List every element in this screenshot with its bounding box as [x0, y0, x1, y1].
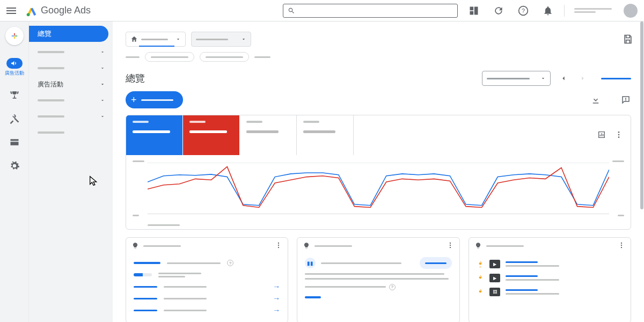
- rail-admin[interactable]: [9, 160, 20, 171]
- refresh-icon[interactable]: [493, 5, 504, 16]
- app-header: Google Ads ?: [0, 0, 644, 21]
- filter-chip[interactable]: [145, 52, 194, 62]
- nav-overview[interactable]: 總覽: [29, 26, 108, 42]
- rail-campaigns[interactable]: 廣告活動: [5, 58, 24, 77]
- nav-campaigns[interactable]: 廣告活動: [29, 76, 113, 92]
- date-prev-button[interactable]: [557, 72, 570, 85]
- insight-badge[interactable]: [420, 257, 452, 269]
- svg-point-2: [618, 131, 620, 133]
- menu-icon[interactable]: [6, 4, 19, 17]
- video-icon: ▶: [489, 260, 500, 268]
- date-range-selector[interactable]: [482, 71, 551, 86]
- metric-tab-impressions[interactable]: [183, 115, 240, 155]
- chevron-down-icon: [100, 98, 105, 103]
- asset-list-item[interactable]: ▶: [477, 271, 623, 285]
- performance-chart: [126, 155, 631, 229]
- chevron-down-icon: [100, 114, 105, 119]
- plus-icon: +: [131, 94, 137, 106]
- icon-rail: 廣告活動: [0, 21, 29, 322]
- new-campaign-button[interactable]: +: [126, 91, 183, 108]
- insights-card: ▮▮ ?: [297, 237, 459, 322]
- trophy-icon: [9, 90, 20, 100]
- account-switcher[interactable]: [574, 8, 612, 13]
- date-next-button: [576, 72, 589, 85]
- svg-text:?: ?: [522, 8, 525, 14]
- video-icon: ▶: [489, 274, 500, 282]
- nav-recommendations[interactable]: [29, 44, 113, 60]
- compare-toggle[interactable]: [601, 78, 631, 79]
- filter-chips-row: [113, 52, 644, 62]
- home-icon: [130, 35, 138, 43]
- recommendation-item[interactable]: →: [134, 281, 280, 292]
- page-title: 總覽: [126, 72, 145, 85]
- svg-point-3: [618, 134, 620, 135]
- download-icon[interactable]: [590, 94, 601, 105]
- rail-tools[interactable]: [9, 113, 20, 124]
- chevron-down-icon: [100, 49, 105, 55]
- chart-expand-icon[interactable]: [597, 130, 606, 141]
- nav-ads[interactable]: [29, 108, 113, 125]
- save-view-icon[interactable]: [623, 34, 633, 45]
- card-more-icon[interactable]: [614, 130, 623, 141]
- megaphone-icon: [10, 59, 19, 68]
- gear-icon: [9, 160, 20, 171]
- info-icon[interactable]: ?: [389, 284, 396, 290]
- info-icon[interactable]: ?: [227, 260, 233, 266]
- chevron-down-icon: [100, 82, 105, 87]
- logo-text: Google Ads: [41, 5, 91, 16]
- chevron-down-icon: [100, 65, 105, 71]
- main-content: 總覽 +: [113, 21, 644, 322]
- card-icon: [9, 137, 20, 148]
- create-button[interactable]: [5, 27, 24, 45]
- dropdown-icon: [175, 36, 181, 42]
- asset-list-item[interactable]: 🖼: [477, 285, 623, 299]
- svg-point-0: [27, 13, 30, 16]
- card-more-icon[interactable]: [275, 241, 282, 251]
- svg-point-10: [449, 246, 450, 247]
- nav-more[interactable]: [29, 125, 113, 141]
- account-selector[interactable]: [126, 32, 186, 47]
- asset-list-item[interactable]: ▶: [477, 257, 623, 271]
- search-icon: [288, 7, 295, 14]
- logo[interactable]: Google Ads: [26, 5, 91, 17]
- svg-point-9: [449, 244, 450, 245]
- nav-adgroups[interactable]: [29, 92, 113, 108]
- svg-point-11: [621, 242, 622, 243]
- dropdown-icon: [540, 76, 546, 81]
- help-icon[interactable]: ?: [518, 5, 529, 16]
- card-more-icon[interactable]: [447, 241, 454, 251]
- fire-icon: [477, 274, 484, 282]
- google-ads-logo-icon: [26, 5, 38, 17]
- reports-icon[interactable]: [469, 5, 479, 16]
- bulb-icon: [131, 242, 139, 250]
- recommendation-item[interactable]: →: [134, 292, 280, 304]
- metric-tab-clicks[interactable]: [126, 115, 183, 155]
- nav-insights[interactable]: [29, 60, 113, 76]
- avatar[interactable]: [624, 4, 638, 18]
- svg-point-6: [278, 244, 279, 245]
- metric-tab-3[interactable]: [240, 115, 297, 155]
- filter-chip[interactable]: [200, 52, 249, 62]
- svg-point-12: [621, 244, 622, 245]
- fire-icon: [477, 288, 484, 296]
- svg-point-7: [278, 246, 279, 247]
- svg-point-4: [618, 136, 620, 138]
- optimization-progress: [134, 273, 152, 276]
- recommendation-item[interactable]: →: [134, 304, 280, 316]
- optimization-score-card: ? → → →: [126, 237, 288, 322]
- svg-point-13: [621, 246, 622, 247]
- scrollbar[interactable]: [640, 21, 644, 322]
- insight-view-link[interactable]: [305, 296, 321, 298]
- insight-type-icon: ▮▮: [305, 258, 316, 268]
- campaign-selector[interactable]: [191, 32, 251, 47]
- metric-tab-4[interactable]: [297, 115, 354, 155]
- feedback-icon[interactable]: [620, 94, 631, 105]
- rail-goals[interactable]: [9, 90, 20, 100]
- tools-icon: [9, 113, 20, 124]
- notifications-icon[interactable]: [543, 5, 553, 16]
- card-more-icon[interactable]: [618, 241, 625, 251]
- search-input[interactable]: [283, 4, 458, 18]
- header-actions: ?: [469, 5, 553, 16]
- image-icon: 🖼: [489, 288, 500, 296]
- rail-billing[interactable]: [9, 137, 20, 148]
